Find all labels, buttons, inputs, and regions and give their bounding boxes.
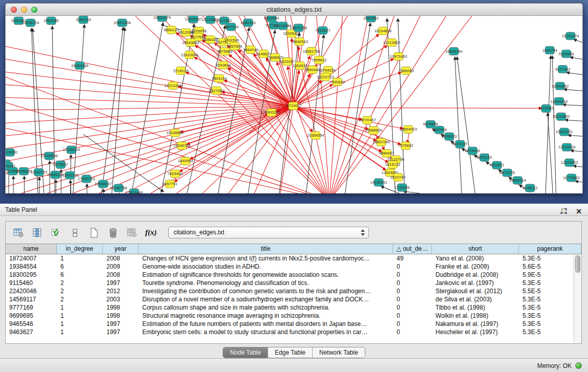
network-node[interactable]: 10688639 [365,126,382,134]
column-header-pagerank[interactable]: pagerank [519,244,581,254]
network-node[interactable]: 8471676 [499,169,514,177]
table-cell[interactable]: Tibbo et al. (1998) [432,303,519,312]
table-row[interactable]: 1830029562008Estimation of significance … [6,271,581,279]
network-node[interactable]: 9245012 [522,184,537,192]
table-cell[interactable]: 1997 [103,279,139,287]
network-node[interactable]: 1640994 [178,157,193,165]
network-node[interactable]: 9474444 [465,147,480,155]
table-row[interactable]: 1872400712008Changes of HCN gene express… [6,254,581,262]
table-cell[interactable]: Yano et al. (2008) [432,254,519,262]
network-node[interactable]: 16782759 [110,184,127,192]
column-header-in_degree[interactable]: in_degree [57,244,103,254]
table-cell[interactable]: 5.3E-5 [519,254,574,262]
table-cell[interactable]: 1998 [103,312,139,320]
tab-node-table[interactable]: Node Table [223,347,268,358]
table-row[interactable]: 969969511998Structural magnetic resonanc… [6,312,581,320]
network-node[interactable]: 2522740 [390,173,405,181]
network-node[interactable]: 19958187 [95,180,112,188]
table-cell[interactable]: 22420046 [6,287,57,295]
table-cell[interactable]: 9465546 [6,320,57,328]
network-node[interactable]: 1615132 [385,161,400,168]
network-node[interactable]: 12342737 [30,168,48,176]
table-row[interactable]: 1456911722003Disruption of a novel membe… [6,295,581,303]
network-node[interactable]: 12505135 [61,171,79,179]
network-node[interactable]: 20691406 [114,19,131,27]
network-node[interactable]: 1733426 [395,184,409,191]
table-cell[interactable]: Tourette syndrome. Phenomenology and cla… [139,279,393,287]
table-cell[interactable]: 5.3E-5 [519,312,574,320]
table-cell[interactable]: 49 [393,254,432,262]
network-node[interactable]: 22420046 [181,51,199,59]
column-header-year[interactable]: year [103,244,139,254]
delete-table-icon[interactable] [107,227,119,238]
table-cell[interactable]: 5.3E-5 [519,303,574,312]
close-window-button[interactable] [11,7,17,13]
column-header-out_de[interactable]: △ out_de… [393,244,432,254]
network-node[interactable]: 11156829 [15,167,32,175]
table-cell[interactable]: 6 [57,271,103,279]
network-node[interactable]: 7485063 [399,67,413,75]
network-node[interactable]: 17359924 [63,146,80,154]
table-cell[interactable]: 1 [57,303,103,312]
network-node[interactable]: 1443794 [542,47,557,54]
network-node[interactable]: 16543862 [182,39,200,47]
network-node[interactable]: 14055724 [22,19,39,27]
network-node[interactable]: 12923448 [125,189,143,193]
table-cell[interactable]: 5.3E-5 [519,279,574,287]
table-cell[interactable]: Disruption of a novel member of a sodium… [139,295,393,303]
network-node[interactable]: 9975857 [53,161,68,168]
table-cell[interactable]: 9463627 [6,328,57,336]
network-node[interactable]: 12093832 [552,82,569,90]
network-node[interactable]: 16210643 [553,113,570,120]
network-node[interactable]: 2935114 [477,154,492,161]
table-cell[interactable]: 5.3E-5 [519,295,574,303]
table-cell[interactable]: 0 [393,271,432,279]
network-node[interactable]: 2089314 [76,16,91,24]
table-row[interactable]: 911546021997Tourette syndrome. Phenomeno… [6,279,581,287]
table-row[interactable]: 946554611997Estimation of the future num… [6,320,581,328]
network-node[interactable]: 16640910 [291,38,308,46]
new-table-icon[interactable] [89,227,100,238]
table-cell[interactable]: 2009 [103,262,139,271]
table-cell[interactable]: Genome-wide association studies in ADHD. [139,262,393,271]
network-node[interactable]: 8215953 [538,105,553,113]
table-scrollbar-thumb[interactable] [575,255,580,273]
network-node[interactable]: 12444154 [551,98,568,105]
zoom-window-button[interactable] [31,7,37,13]
table-cell[interactable]: Franke et al. (2009) [432,262,519,271]
table-row[interactable]: 977716911998Corpus callosum shape and si… [6,303,581,312]
network-node[interactable]: 1840954 [432,126,447,134]
network-node[interactable]: 8860123 [164,26,179,34]
close-panel-icon[interactable]: ✕ [576,207,582,215]
table-cell[interactable]: Embryonic stem cells: a model to study s… [139,328,393,336]
table-cell[interactable]: 2 [57,295,103,303]
network-node[interactable]: 9990448 [305,66,320,74]
network-node[interactable]: 2969185 [43,17,58,25]
network-node[interactable]: 20206556 [40,152,58,160]
table-cell[interactable]: 0 [393,312,432,320]
table-cell[interactable]: 2012 [103,287,139,295]
column-header-name[interactable]: name [6,244,57,254]
table-cell[interactable]: Jankovic et al. (1997) [432,279,519,287]
network-window-titlebar[interactable]: citations_edges.txt [6,4,582,16]
network-node[interactable]: 6466160 [241,19,255,27]
table-settings-icon[interactable] [13,227,24,238]
table-row[interactable]: 1938455462009Genome-wide association stu… [6,262,581,271]
network-window[interactable]: citations_edges.txt 18724007253002158860… [5,3,583,193]
table-cell[interactable]: Structural magnetic resonance image aver… [139,312,393,320]
table-cell[interactable]: 5.5E-5 [519,287,574,295]
network-node[interactable]: 18807249 [373,138,390,146]
table-cell[interactable]: Estimation of the future numbers of pati… [139,320,393,328]
table-cell[interactable]: Dudbridge et al. (2008) [432,271,519,279]
network-node[interactable]: 8427552 [209,87,224,95]
network-node[interactable]: 9242844 [216,61,231,69]
table-cell[interactable]: 1 [57,254,103,262]
table-cell[interactable]: 0 [393,320,432,328]
network-node[interactable]: 2087682 [363,16,378,22]
float-panel-icon[interactable] [558,206,569,217]
table-cell[interactable]: 1 [57,312,103,320]
table-cell[interactable]: 18300295 [6,271,57,279]
network-node[interactable]: 7625402 [167,170,182,178]
network-node[interactable]: 15046768 [173,142,190,149]
network-node[interactable]: 2718126 [173,67,188,75]
